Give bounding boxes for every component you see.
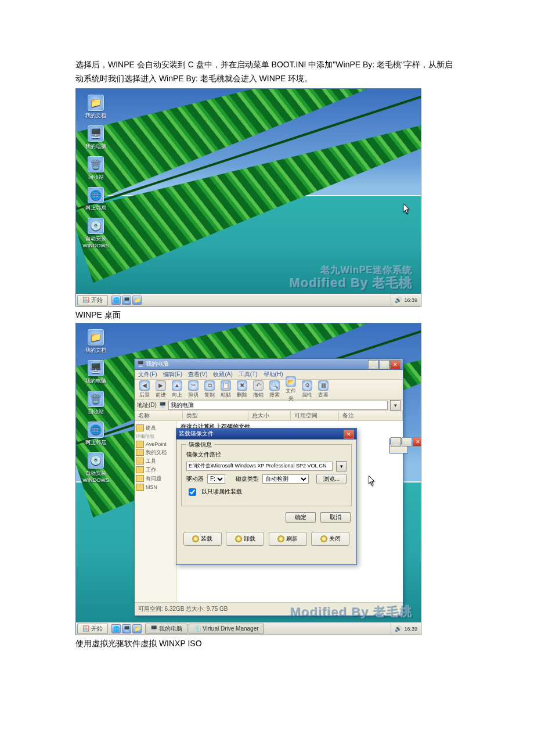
address-input[interactable] — [168, 401, 388, 410]
close-button[interactable]: ✕ — [344, 430, 354, 439]
explorer-titlebar[interactable]: 🖥️ 我的电脑 _ □ ✕ — [135, 359, 403, 370]
status-bar: 可用空间: 6.32GB 总大小: 9.75 GB — [135, 602, 403, 615]
cursor-icon — [403, 204, 410, 214]
taskbar: 🪟开始 🌐🖥️📁 🔊16:39 — [76, 294, 421, 306]
cancel-button[interactable]: 取消 — [320, 512, 351, 523]
desktop-icon[interactable]: 💿自动安装WINDOWS — [81, 218, 111, 249]
intro-paragraph: 选择后，WINPE 会自动安装到 C 盘中，并在启动菜单 BOOT.INI 中添… — [75, 58, 459, 86]
menu-bar[interactable]: 文件(F)编辑(E)查看(V)收藏(A)工具(T)帮助(H) — [135, 370, 403, 380]
image-info-group: 镜像信息 镜像文件路径 ▾ 驱动器 F: 磁盘类型 自动检测 浏览... — [181, 444, 352, 506]
desktop-icon[interactable]: 🖥️我的电脑 — [81, 360, 111, 385]
desktop-icon[interactable]: 📁我的文档 — [81, 329, 111, 354]
address-dropdown[interactable]: ▾ — [390, 400, 400, 411]
system-tray[interactable]: 🔊16:39 — [391, 623, 421, 635]
close-big-button[interactable]: 关闭 — [311, 532, 349, 546]
disk-type-select[interactable]: 自动检测 — [262, 474, 309, 484]
system-tray[interactable]: 🔊16:39 — [391, 294, 421, 306]
small-window[interactable]: _□✕ — [389, 438, 408, 453]
image-path-input[interactable] — [186, 462, 333, 471]
close-button[interactable]: ✕ — [390, 360, 400, 369]
cursor-icon — [369, 476, 376, 486]
readonly-checkbox[interactable] — [189, 488, 196, 496]
screenshot-virtual-drive: 📁我的文档 🖥️我的电脑 🗑️回收站 🌐网上邻居 💿自动安装WINDOWS 🖥️… — [75, 323, 421, 635]
desktop-icon[interactable]: 📁我的文档 — [81, 95, 111, 120]
desktop-icon[interactable]: 🖥️我的电脑 — [81, 125, 111, 150]
drive-select[interactable]: F: — [207, 474, 225, 484]
toolbar[interactable]: ◀后退 ▶前进 ▲向上 ✂剪切 ⧉复制 📋粘贴 ✖删除 ↶撤销 🔍搜索 📂文件夹… — [135, 380, 403, 400]
mount-image-dialog: 装载镜像文件 ✕ 镜像信息 镜像文件路径 ▾ 驱动器 F: 磁盘类型 自动检测 — [176, 428, 357, 565]
screenshot-winpe-desktop: 📁我的文档 🖥️我的电脑 🗑️回收站 🌐网上邻居 💿自动安装WINDOWS 老九… — [75, 88, 421, 307]
desktop-icon[interactable]: 🌐网上邻居 — [81, 422, 111, 447]
taskbar: 🪟开始 🌐🖥️📁 🖥️我的电脑 💿Virtual Drive Manager 🔊… — [76, 622, 421, 635]
desktop-icon[interactable]: 🗑️回收站 — [81, 156, 111, 181]
minimize-button[interactable]: _ — [368, 360, 378, 369]
browse-button[interactable]: 浏览... — [316, 474, 347, 484]
explorer-sidebar[interactable]: 硬盘 详细信息 AvePoint 我的文档 工具 工作 有问题 MSN — [135, 421, 177, 606]
caption-2: 使用虚拟光驱软件虚拟 WINXP ISO — [75, 639, 459, 649]
taskbar-button[interactable]: 💿Virtual Drive Manager — [189, 624, 264, 634]
address-bar[interactable]: 地址(D) 🖥️ ▾ — [135, 400, 403, 411]
refresh-button[interactable]: 刷新 — [269, 532, 307, 546]
desktop-icon[interactable]: 🌐网上邻居 — [81, 187, 111, 212]
start-button[interactable]: 🪟开始 — [77, 295, 108, 305]
desktop-icon[interactable]: 🗑️回收站 — [81, 391, 111, 416]
column-headers[interactable]: 名称 类型 总大小 可用空间 备注 — [135, 411, 403, 421]
desktop-icons: 📁我的文档 🖥️我的电脑 🗑️回收站 🌐网上邻居 💿自动安装WINDOWS — [81, 95, 116, 254]
desktop-icon[interactable]: 💿自动安装WINDOWS — [81, 452, 111, 483]
taskbar-button[interactable]: 🖥️我的电脑 — [145, 624, 187, 634]
start-button[interactable]: 🪟开始 — [77, 624, 108, 634]
path-dropdown[interactable]: ▾ — [336, 461, 347, 471]
dialog-titlebar[interactable]: 装载镜像文件 ✕ — [176, 429, 356, 440]
maximize-button[interactable]: □ — [379, 360, 389, 369]
unmount-button[interactable]: 卸载 — [226, 532, 264, 546]
desktop-icons: 📁我的文档 🖥️我的电脑 🗑️回收站 🌐网上邻居 💿自动安装WINDOWS — [81, 329, 116, 489]
ok-button[interactable]: 确定 — [286, 512, 316, 523]
caption-1: WINPE 桌面 — [75, 310, 459, 321]
quick-launch[interactable]: 🌐🖥️📁 — [109, 624, 144, 633]
quick-launch[interactable]: 🌐🖥️📁 — [109, 296, 144, 305]
mount-button[interactable]: 装载 — [183, 532, 222, 546]
